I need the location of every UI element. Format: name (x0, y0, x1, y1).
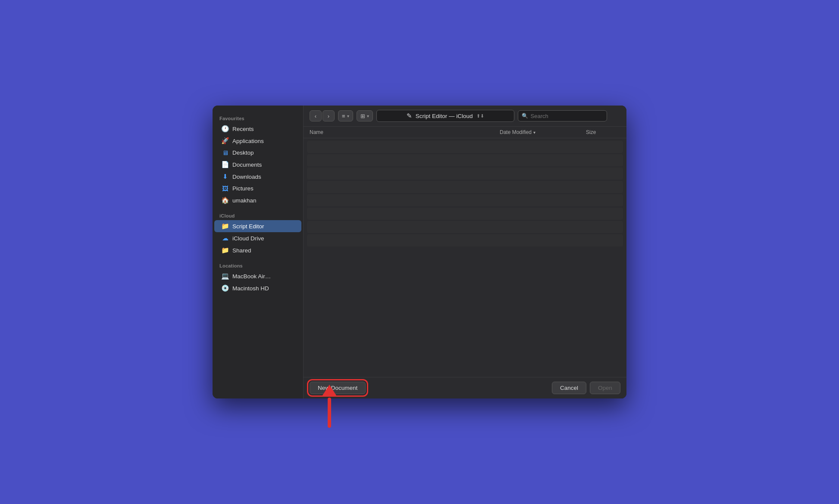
column-headers: Name Date Modified ▾ Size (304, 127, 626, 138)
sidebar-item-shared[interactable]: 📁 Shared (214, 244, 301, 256)
sidebar-item-label: Recents (232, 126, 254, 132)
date-sort-icon: ▾ (533, 130, 535, 135)
back-icon: ‹ (315, 113, 316, 119)
icloud-drive-icon: ☁ (221, 234, 229, 242)
arrow-shaft (328, 398, 331, 428)
sidebar-item-label: iCloud Drive (232, 235, 264, 242)
sidebar-item-script-editor[interactable]: 📁 Script Editor (214, 220, 301, 232)
file-row[interactable] (307, 208, 623, 220)
file-row[interactable] (307, 234, 623, 246)
sidebar-item-documents[interactable]: 📄 Documents (214, 159, 301, 171)
disk-icon: 💿 (221, 284, 229, 292)
open-dialog: Favourites 🕐 Recents 🚀 Applications 🖥 De… (213, 106, 626, 398)
shared-icon: 📁 (221, 246, 229, 254)
laptop-icon: 💻 (221, 272, 229, 280)
sidebar-item-desktop[interactable]: 🖥 Desktop (214, 147, 301, 159)
forward-button[interactable]: › (322, 110, 335, 121)
sidebar-item-label: Desktop (232, 149, 254, 156)
list-view-button[interactable]: ≡ ▾ (338, 110, 353, 121)
file-row[interactable] (307, 221, 623, 233)
sidebar-item-label: Downloads (232, 174, 261, 180)
name-column-header: Name (310, 129, 500, 135)
file-row[interactable] (307, 154, 623, 166)
sidebar-item-label: Pictures (232, 185, 254, 192)
script-editor-location-icon: ✎ (407, 112, 412, 120)
file-row[interactable] (307, 168, 623, 180)
sidebar-item-applications[interactable]: 🚀 Applications (214, 135, 301, 147)
arrow-annotation (322, 386, 337, 428)
sidebar-item-icloud-drive[interactable]: ☁ iCloud Drive (214, 232, 301, 244)
sidebar-item-downloads[interactable]: ⬇ Downloads (214, 171, 301, 183)
back-button[interactable]: ‹ (310, 110, 322, 121)
open-button[interactable]: Open (590, 382, 620, 394)
home-icon: 🏠 (221, 196, 229, 204)
list-icon: ≡ (342, 113, 345, 119)
sidebar-item-label: Shared (232, 247, 251, 254)
applications-icon: 🚀 (221, 137, 229, 145)
bottom-bar: New Document Cancel Open (304, 377, 626, 398)
icloud-section-label: iCloud (213, 210, 303, 220)
toolbar: ‹ › ≡ ▾ ⊞ ▾ ✎ (304, 106, 626, 127)
sidebar-item-umakhan[interactable]: 🏠 umakhan (214, 194, 301, 206)
search-input[interactable] (531, 113, 603, 119)
pictures-icon: 🖼 (221, 185, 229, 192)
script-editor-icon: 📁 (221, 222, 229, 230)
sidebar-item-macbook-air[interactable]: 💻 MacBook Air… (214, 270, 301, 282)
list-view-chevron: ▾ (347, 114, 349, 118)
file-row[interactable] (307, 181, 623, 193)
date-column-header[interactable]: Date Modified ▾ (500, 129, 586, 135)
sidebar-item-pictures[interactable]: 🖼 Pictures (214, 183, 301, 194)
new-document-button[interactable]: New Document (310, 382, 366, 394)
forward-icon: › (328, 113, 329, 119)
dialog-action-buttons: Cancel Open (552, 382, 620, 394)
location-chevron-icon: ⬆⬇ (476, 113, 484, 119)
recents-icon: 🕐 (221, 125, 229, 133)
desktop-icon: 🖥 (221, 149, 229, 156)
file-row[interactable] (307, 141, 623, 153)
sidebar-item-label: Applications (232, 138, 264, 144)
sidebar-item-label: umakhan (232, 197, 257, 204)
sidebar-item-label: Script Editor (232, 223, 264, 230)
locations-section-label: Locations (213, 260, 303, 270)
location-button[interactable]: ✎ Script Editor — iCloud ⬆⬇ (376, 110, 514, 122)
sidebar-item-recents[interactable]: 🕐 Recents (214, 123, 301, 135)
favourites-section-label: Favourites (213, 112, 303, 123)
sidebar-item-label: Macintosh HD (232, 285, 269, 292)
sidebar-item-label: Documents (232, 162, 262, 168)
sidebar-item-label: MacBook Air… (232, 273, 271, 280)
file-row[interactable] (307, 194, 623, 206)
file-list (304, 138, 626, 377)
size-column-header: Size (586, 129, 620, 135)
cancel-button[interactable]: Cancel (552, 382, 586, 394)
arrow-head (322, 385, 337, 397)
sidebar: Favourites 🕐 Recents 🚀 Applications 🖥 De… (213, 106, 303, 398)
grid-icon: ⊞ (360, 113, 365, 119)
documents-icon: 📄 (221, 161, 229, 168)
search-field[interactable]: 🔍 (518, 110, 607, 121)
search-icon: 🔍 (522, 113, 528, 119)
downloads-icon: ⬇ (221, 173, 229, 180)
location-label: Script Editor — iCloud (416, 113, 473, 119)
grid-view-chevron: ▾ (367, 114, 369, 118)
grid-view-button[interactable]: ⊞ ▾ (357, 110, 373, 121)
sidebar-item-macintosh-hd[interactable]: 💿 Macintosh HD (214, 282, 301, 294)
main-panel: ‹ › ≡ ▾ ⊞ ▾ ✎ (303, 106, 626, 398)
